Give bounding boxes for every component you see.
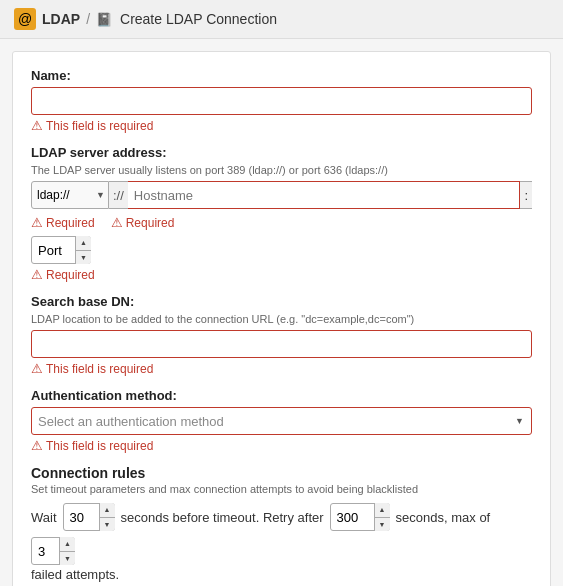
wait-up-button[interactable]: ▲	[100, 503, 115, 518]
port-up-button[interactable]: ▲	[76, 236, 91, 251]
colon-separator: :	[520, 181, 532, 209]
port-row: ▲ ▼	[31, 236, 532, 264]
protocol-wrapper: ldap:// ldaps://	[31, 181, 109, 209]
wait-label: Wait	[31, 510, 57, 525]
search-base-error-icon: ⚠	[31, 361, 43, 376]
connection-rules-title: Connection rules	[31, 465, 532, 481]
wait-spinner: ▲ ▼	[63, 503, 115, 531]
name-input[interactable]	[31, 87, 532, 115]
server-label: LDAP server address:	[31, 145, 532, 160]
auth-method-select[interactable]: Select an authentication method	[31, 407, 532, 435]
hostname-error: ⚠ Required	[111, 215, 175, 230]
port-input-wrapper: ▲ ▼	[31, 236, 91, 264]
protocol-error: ⚠ Required	[31, 215, 95, 230]
failed-text: failed attempts.	[31, 567, 532, 582]
max-up-button[interactable]: ▲	[60, 537, 75, 552]
protocol-error-icon: ⚠	[31, 215, 43, 230]
port-error: ⚠ Required	[31, 267, 532, 282]
ldap-icon: @	[14, 8, 36, 30]
retry-down-button[interactable]: ▼	[375, 518, 390, 532]
max-spinner: ▲ ▼	[31, 537, 75, 565]
auth-method-error-icon: ⚠	[31, 438, 43, 453]
breadcrumb-separator: /	[86, 11, 90, 27]
name-error: ⚠ This field is required	[31, 118, 532, 133]
name-error-icon: ⚠	[31, 118, 43, 133]
notebook-icon: 📓	[96, 12, 112, 27]
timeout-label: seconds before timeout. Retry after	[121, 510, 324, 525]
auth-method-label: Authentication method:	[31, 388, 532, 403]
port-error-icon: ⚠	[31, 267, 43, 282]
connection-rules-hint: Set timeout parameters and max connectio…	[31, 483, 532, 495]
server-address-row: ldap:// ldaps:// :// :	[31, 181, 532, 209]
server-hint: The LDAP server usually listens on port …	[31, 164, 532, 176]
wait-down-button[interactable]: ▼	[100, 518, 115, 532]
retry-label: seconds, max of	[396, 510, 491, 525]
hostname-input[interactable]	[128, 181, 521, 209]
retry-up-button[interactable]: ▲	[375, 503, 390, 518]
search-base-error: ⚠ This field is required	[31, 361, 532, 376]
search-base-label: Search base DN:	[31, 294, 532, 309]
retry-spinner: ▲ ▼	[330, 503, 390, 531]
breadcrumb: @ LDAP / 📓 Create LDAP Connection	[0, 0, 563, 39]
auth-method-error: ⚠ This field is required	[31, 438, 532, 453]
breadcrumb-ldap[interactable]: LDAP	[42, 11, 80, 27]
search-base-field-group: Search base DN: LDAP location to be adde…	[31, 294, 532, 376]
search-base-hint: LDAP location to be added to the connect…	[31, 313, 532, 325]
retry-spinners: ▲ ▼	[374, 503, 390, 531]
hostname-error-icon: ⚠	[111, 215, 123, 230]
connection-rules-row: Wait ▲ ▼ seconds before timeout. Retry a…	[31, 503, 532, 565]
protocol-select[interactable]: ldap:// ldaps://	[31, 181, 109, 209]
name-field-group: Name: ⚠ This field is required	[31, 68, 532, 133]
server-errors: ⚠ Required ⚠ Required	[31, 212, 532, 230]
server-field-group: LDAP server address: The LDAP server usu…	[31, 145, 532, 282]
wait-spinners: ▲ ▼	[99, 503, 115, 531]
port-spinners: ▲ ▼	[75, 236, 91, 264]
max-spinners: ▲ ▼	[59, 537, 75, 565]
auth-method-field-group: Authentication method: Select an authent…	[31, 388, 532, 453]
breadcrumb-page-title: Create LDAP Connection	[120, 11, 277, 27]
separator-text: ://	[109, 181, 128, 209]
auth-method-select-wrapper: Select an authentication method	[31, 407, 532, 435]
form-container: Name: ⚠ This field is required LDAP serv…	[12, 51, 551, 586]
name-label: Name:	[31, 68, 532, 83]
max-down-button[interactable]: ▼	[60, 552, 75, 566]
search-base-input[interactable]	[31, 330, 532, 358]
connection-rules-group: Connection rules Set timeout parameters …	[31, 465, 532, 582]
port-down-button[interactable]: ▼	[76, 251, 91, 265]
